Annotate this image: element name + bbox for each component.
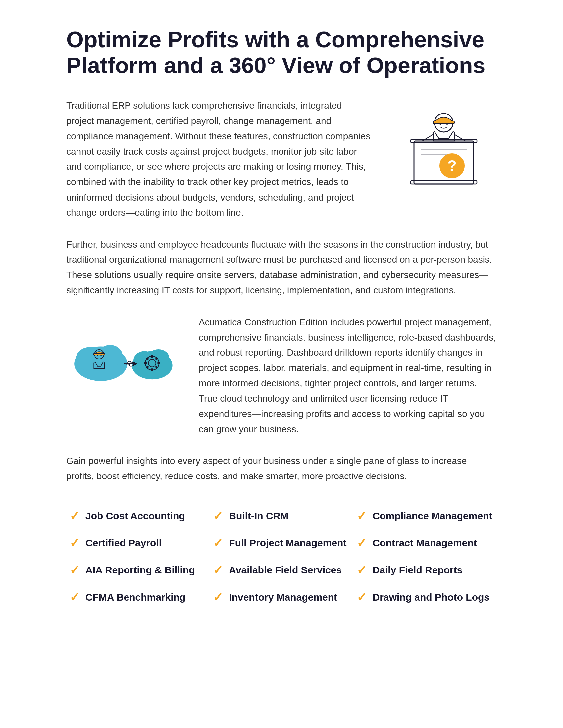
feature-label-7: Available Field Services — [229, 565, 342, 576]
checkmark-icon-3: ✓ — [70, 564, 79, 576]
svg-rect-31 — [157, 362, 160, 364]
feature-label-6: Full Project Management — [229, 537, 347, 549]
checkmark-icon-8: ✓ — [213, 591, 223, 603]
features-column-2: ✓ Built-In CRM ✓ Full Project Management… — [210, 504, 353, 609]
feature-label-4: CFMA Benchmarking — [85, 592, 185, 603]
middle-section: Acumatica Construction Edition includes … — [66, 315, 497, 437]
feature-job-cost-accounting: ✓ Job Cost Accounting — [66, 504, 210, 528]
feature-label-12: Drawing and Photo Logs — [373, 592, 490, 603]
worker-blueprint-illustration: ? — [391, 98, 497, 194]
feature-label-5: Built-In CRM — [229, 510, 289, 522]
feature-aia-reporting: ✓ AIA Reporting & Billing — [66, 558, 210, 582]
feature-cfma-benchmarking: ✓ CFMA Benchmarking — [66, 585, 210, 609]
second-paragraph: Further, business and employee headcount… — [66, 237, 497, 298]
feature-label-10: Contract Management — [373, 537, 477, 549]
gain-paragraph: Gain powerful insights into every aspect… — [66, 453, 497, 484]
checkmark-icon-5: ✓ — [213, 510, 223, 522]
svg-point-11 — [446, 123, 448, 125]
feature-label-1: Job Cost Accounting — [85, 510, 185, 522]
features-grid: ✓ Job Cost Accounting ✓ Certified Payrol… — [66, 504, 497, 609]
features-column-1: ✓ Job Cost Accounting ✓ Certified Payrol… — [66, 504, 210, 609]
checkmark-icon-2: ✓ — [70, 537, 79, 549]
checkmark-icon-10: ✓ — [357, 537, 367, 549]
feature-inventory-management: ✓ Inventory Management — [210, 585, 353, 609]
feature-label-3: AIA Reporting & Billing — [85, 565, 195, 576]
svg-rect-29 — [151, 368, 153, 371]
page-container: Optimize Profits with a Comprehensive Pl… — [33, 0, 530, 636]
checkmark-icon-9: ✓ — [357, 510, 367, 522]
second-paragraph-section: Further, business and employee headcount… — [66, 237, 497, 298]
cloud-workflow-icon — [70, 315, 175, 394]
svg-point-24 — [97, 355, 98, 356]
svg-point-25 — [100, 355, 102, 356]
feature-certified-payroll: ✓ Certified Payroll — [66, 531, 210, 555]
svg-line-12 — [422, 134, 433, 141]
checkmark-icon-1: ✓ — [70, 510, 79, 522]
feature-drawing-photo-logs: ✓ Drawing and Photo Logs — [353, 585, 497, 609]
checkmark-icon-7: ✓ — [213, 564, 223, 576]
svg-rect-30 — [144, 362, 147, 364]
checkmark-icon-6: ✓ — [213, 537, 223, 549]
svg-text:?: ? — [447, 157, 457, 174]
feature-label-2: Certified Payroll — [85, 537, 162, 549]
features-column-3: ✓ Compliance Management ✓ Contract Manag… — [353, 504, 497, 609]
svg-rect-9 — [433, 121, 454, 124]
feature-label-9: Compliance Management — [373, 510, 493, 522]
checkmark-icon-11: ✓ — [357, 564, 367, 576]
gain-section: Gain powerful insights into every aspect… — [66, 453, 497, 484]
feature-label-11: Daily Field Reports — [373, 565, 463, 576]
svg-rect-28 — [151, 355, 153, 358]
intro-section: Traditional ERP solutions lack comprehen… — [66, 98, 497, 220]
feature-builtin-crm: ✓ Built-In CRM — [210, 504, 353, 528]
page-title: Optimize Profits with a Comprehensive Pl… — [66, 26, 497, 78]
feature-contract-management: ✓ Contract Management — [353, 531, 497, 555]
cloud-workflow-illustration — [66, 315, 179, 394]
worker-blueprint-icon: ? — [398, 101, 490, 194]
feature-daily-field-reports: ✓ Daily Field Reports — [353, 558, 497, 582]
feature-compliance-management: ✓ Compliance Management — [353, 504, 497, 528]
checkmark-icon-4: ✓ — [70, 591, 79, 603]
feature-label-8: Inventory Management — [229, 592, 337, 603]
svg-rect-23 — [93, 353, 105, 355]
checkmark-icon-12: ✓ — [357, 591, 367, 603]
feature-full-project-management: ✓ Full Project Management — [210, 531, 353, 555]
intro-paragraph: Traditional ERP solutions lack comprehen… — [66, 98, 371, 220]
svg-point-10 — [440, 123, 442, 125]
svg-line-13 — [454, 134, 465, 141]
svg-point-16 — [98, 345, 122, 367]
svg-point-19 — [147, 349, 169, 367]
acumatica-paragraph: Acumatica Construction Edition includes … — [199, 315, 497, 437]
feature-field-services: ✓ Available Field Services — [210, 558, 353, 582]
